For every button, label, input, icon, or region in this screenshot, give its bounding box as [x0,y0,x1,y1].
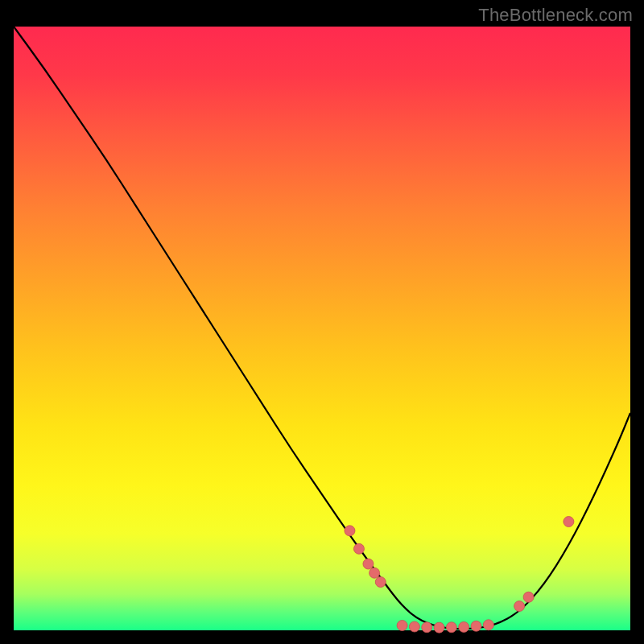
curve-marker [434,622,444,633]
curve-marker [363,559,374,569]
plot-background [14,27,630,630]
curve-marker [471,621,481,631]
curve-marker [422,622,432,633]
watermark-text: TheBottleneck.com [478,5,633,26]
curve-marker [446,622,456,633]
curve-marker [369,568,380,578]
curve-marker [409,621,419,632]
chart-frame: TheBottleneck.com [0,0,644,644]
curve-marker [397,621,407,631]
curve-marker [523,592,534,602]
bottleneck-chart [0,0,644,644]
curve-marker [345,526,355,536]
curve-marker [514,601,525,612]
curve-marker [459,621,469,632]
curve-marker [483,620,493,630]
curve-marker [564,517,574,527]
curve-marker [375,577,386,588]
curve-marker [353,543,364,554]
